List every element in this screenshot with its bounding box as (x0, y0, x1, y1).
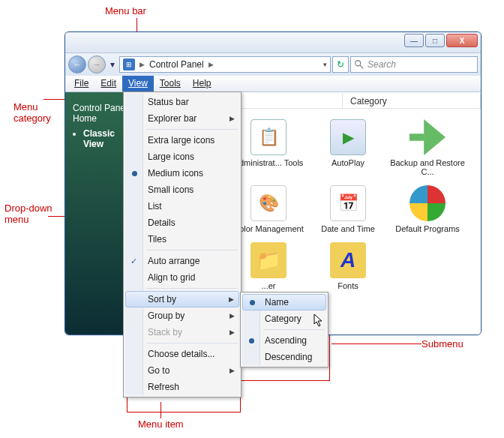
menuitem-tiles[interactable]: Tiles (125, 231, 239, 248)
check-icon: ✓ (130, 256, 137, 266)
backup-icon (410, 119, 446, 155)
menuitem-choose-details[interactable]: Choose details... (125, 346, 239, 362)
search-icon (354, 59, 364, 70)
radio-dot-icon (249, 338, 254, 344)
annotation-menubar: Menu bar (105, 5, 146, 16)
view-dropdown-menu: Status bar Explorer bar▶ Extra large ico… (123, 92, 242, 398)
autoplay-icon (330, 119, 366, 155)
svg-line-1 (360, 65, 363, 68)
annotation-submenu: Submenu (422, 338, 464, 350)
breadcrumb[interactable]: ⊞ ▶ Control Panel ▶ ▾ (119, 56, 331, 73)
menu-edit[interactable]: Edit (94, 76, 122, 92)
chevron-right-icon: ▶ (230, 328, 235, 336)
explorer-window: — □ X ← → ▾ ⊞ ▶ Control Panel ▶ ▾ ↻ Sear… (64, 32, 482, 335)
submenu-ascending[interactable]: Ascending (242, 332, 326, 349)
date-time-icon (330, 185, 366, 221)
menuitem-small-icons[interactable]: Small icons (125, 182, 239, 198)
menuitem-extra-large-icons[interactable]: Extra large icons (125, 132, 239, 148)
close-button[interactable]: X (446, 34, 478, 47)
menuitem-list[interactable]: List (125, 198, 239, 214)
titlebar: — □ X (65, 32, 481, 53)
menuitem-group-by[interactable]: Group by▶ (125, 308, 239, 324)
fonts-icon: A (330, 242, 366, 278)
menu-tools[interactable]: Tools (154, 76, 187, 92)
menuitem-medium-icons[interactable]: Medium icons (125, 165, 239, 182)
chevron-right-icon: ▶ (230, 115, 235, 122)
chevron-right-icon: ▶ (229, 296, 234, 303)
breadcrumb-control-panel[interactable]: Control Panel (149, 59, 204, 70)
list-item[interactable]: Default Programs (388, 185, 467, 233)
submenu-descending[interactable]: Descending (242, 349, 326, 365)
menu-file[interactable]: File (68, 76, 94, 92)
menuitem-status-bar[interactable]: Status bar (125, 94, 239, 110)
list-item[interactable]: AutoPlay (308, 119, 388, 176)
address-dropdown-icon[interactable]: ▾ (323, 61, 327, 68)
menuitem-auto-arrange[interactable]: ✓Auto arrange (125, 253, 239, 269)
menuitem-explorer-bar[interactable]: Explorer bar▶ (125, 110, 239, 127)
radio-dot-icon (132, 171, 137, 176)
menuitem-large-icons[interactable]: Large icons (125, 148, 239, 165)
forward-button[interactable]: → (88, 56, 106, 74)
annotation-menu-item: Menu item (138, 418, 184, 430)
chevron-right-icon: ▶ (230, 367, 235, 374)
admin-tools-icon (250, 119, 286, 155)
back-button[interactable]: ← (68, 56, 86, 74)
nav-history-dropdown[interactable]: ▾ (107, 57, 118, 72)
list-item[interactable]: Backup and Restore C... (388, 119, 467, 176)
menuitem-align-to-grid[interactable]: Align to grid (125, 269, 239, 286)
maximize-button[interactable]: □ (425, 34, 445, 47)
list-item[interactable]: AFonts (308, 242, 388, 290)
search-input[interactable]: Search (350, 56, 478, 73)
submenu-category[interactable]: Category (242, 310, 326, 327)
sort-by-submenu: Name Category Ascending Descending (240, 292, 328, 368)
menuitem-sort-by[interactable]: Sort by▶ (125, 291, 239, 308)
column-category[interactable]: Category (343, 94, 481, 108)
menuitem-refresh[interactable]: Refresh (125, 379, 239, 395)
menuitem-go-to[interactable]: Go to▶ (125, 362, 239, 379)
radio-dot-icon (250, 300, 255, 305)
default-programs-icon (410, 185, 446, 221)
menu-bar: File Edit View Tools Help Status bar Exp… (65, 76, 481, 92)
folder-icon (250, 242, 286, 278)
minimize-button[interactable]: — (404, 34, 424, 47)
address-bar: ← → ▾ ⊞ ▶ Control Panel ▶ ▾ ↻ Search (65, 53, 481, 76)
annotation-menu-category: Menu category (14, 101, 51, 124)
menu-help[interactable]: Help (187, 76, 218, 92)
svg-point-0 (356, 61, 361, 66)
submenu-name[interactable]: Name (242, 294, 326, 310)
refresh-button[interactable]: ↻ (332, 56, 349, 73)
list-item[interactable]: Date and Time (308, 185, 388, 233)
chevron-right-icon: ▶ (230, 312, 235, 320)
menuitem-details[interactable]: Details (125, 214, 239, 231)
control-panel-icon: ⊞ (123, 58, 135, 70)
color-icon (250, 185, 286, 221)
menuitem-stack-by: Stack by▶ (125, 324, 239, 340)
menu-view[interactable]: View (122, 76, 154, 92)
annotation-dropdown: Drop-down menu (4, 202, 52, 225)
